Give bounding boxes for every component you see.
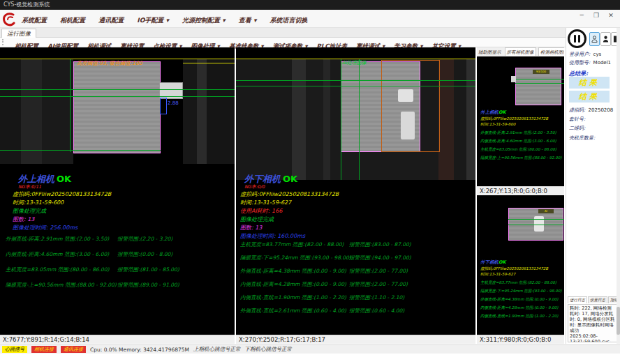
- ng-rate: NG率:0/0: [244, 184, 265, 190]
- alarm-range-text: 报警范围:(0.00 - 8.00): [117, 251, 172, 258]
- menu-bar: 系统配置 相机配置 通讯配置 IO手配置 ▾ 光源控制配置 ▾ 查看 ▾ 系统语…: [0, 10, 620, 28]
- login-user-label: 登录用户:: [569, 52, 590, 57]
- measure-marker-box: [160, 98, 167, 114]
- highlight-blob: [398, 89, 413, 102]
- minimize-button[interactable]: ─: [575, 11, 588, 20]
- tab-setting-log[interactable]: 设置日志: [588, 296, 607, 303]
- lower-camera-status-text: 下相机心跳信号正常: [245, 346, 293, 353]
- tool-bar: 相机配置 AI使用配置 相机调试 离线设置 点检设置 ▾ 图像处理 ▾ 基准线参…: [0, 38, 566, 47]
- measurement-text: 隔膜宽度-下=95.24mm 范围:(93.00 - 98.00): [480, 289, 561, 294]
- thumb-header-label: 辅助图显示: [477, 48, 503, 56]
- measurement-text: 内侧直线-直线=1.90mm 范围:(1.00 - 2.20): [240, 294, 346, 301]
- app-window: CYS-视觉检测系统 系统配置 相机配置 通讯配置 IO手配置 ▾ 光源控制配置…: [0, 0, 620, 364]
- result-ok: OK: [499, 259, 506, 265]
- pixel-coordinate-bar: X:311;Y:980;R:0;G:0;B:0: [477, 335, 564, 344]
- upper-camera-status-text: 上相机心跳信号正常: [193, 346, 241, 353]
- menu-light-config[interactable]: 光源控制配置 ▾: [179, 15, 229, 26]
- result-ok: OK: [57, 174, 71, 184]
- measurement-text: 隔膜宽度-下=95.24mm 范围:(93.00 - 98.00): [240, 255, 351, 261]
- alarm-range-text: 报警范围:(1.10 - 2.10): [349, 294, 404, 301]
- camera-view-lower[interactable]: AI处理图像 外下相机OK NG率:0/0 虚拟码:0FFIiiw2025020…: [236, 47, 475, 344]
- menu-view[interactable]: 查看 ▾: [235, 15, 260, 26]
- pixel-coordinate-bar: X:267;Y:13;R:0;G:0;B:0: [477, 186, 564, 195]
- measurement-text: 主机宽度=83.05mm 范围:(80.00 - 86.00): [6, 266, 110, 273]
- measurement-text: 内侧直线-距离=4.28mm 范围:(0.00 - 9.00): [240, 281, 346, 288]
- user-switch-button[interactable]: [600, 32, 611, 46]
- model-label: 使用型号:: [569, 60, 590, 66]
- barcode-text: 虚拟码:0FFIiiw2025020813313472B: [13, 190, 111, 198]
- alarm-range-text: 报警范围:(2.20 - 3.20): [117, 236, 172, 243]
- result-box-upper: 结果: [569, 77, 610, 89]
- measure-line: [508, 225, 564, 225]
- heartbeat-status-badge: 心跳信号: [2, 346, 27, 353]
- pixel-coordinates: X:7677;Y:891;R:14;G:14;B:14: [3, 336, 89, 343]
- process-time-text: 图像处理时间: 160.00ms: [240, 232, 305, 240]
- pixel-coordinates: X:267;Y:13;R:0;G:0;B:0: [480, 188, 547, 195]
- alarm-range-text: 报警范围:(2.00 - 77.00): [349, 268, 408, 275]
- result-ok: OK: [499, 109, 506, 115]
- menu-comm-config[interactable]: 通讯配置: [95, 15, 127, 26]
- ng-rate: NG率:0/11: [18, 184, 41, 190]
- tab-all-cameras[interactable]: 所有相机图像: [505, 47, 536, 56]
- sidebar-scrollbar[interactable]: [617, 28, 620, 344]
- tab-detect-cameras[interactable]: 检测相机图像: [538, 47, 564, 56]
- measurement-text: 隔膜宽度-上=90.56mm 范围:(88.00 - 92.00): [6, 282, 117, 289]
- time-text: 时间:13-31-59-600: [480, 122, 515, 127]
- log-tab-strip: 运行日志设置日志报错日志: [568, 296, 617, 304]
- login-user-row: 登录用户: cys: [569, 51, 601, 58]
- time-text: 时间:13-31-59-627: [240, 199, 291, 206]
- user-badge-icon: [603, 35, 609, 43]
- measurement-text: 主机宽度=83.77mm 范围:(82.00 - 88.00): [240, 241, 344, 248]
- camera-connect-badge: 相机连接: [31, 346, 57, 353]
- threshold-note: 93/100: [533, 70, 549, 74]
- measure-line: [515, 79, 564, 79]
- toolbar-grip[interactable]: [2, 39, 6, 45]
- measurement-text: 内侧直线-直线=1.90mm 范围:(1.00 - 2.20): [480, 314, 558, 319]
- alarm-range-text: 报警范围:(83.00 - 87.00): [349, 241, 411, 248]
- menu-language-switch[interactable]: 系统语言切换: [267, 15, 311, 26]
- pause-icon: [574, 35, 576, 43]
- measurement-text: 内侧直线-距离:4.60mm 范围:(3.00 - 6.00): [6, 251, 109, 258]
- result-box-lower: 结果: [569, 91, 610, 103]
- alarm-range-text: 报警范围:(0.60 - 4.00): [349, 308, 404, 314]
- pause-button[interactable]: [568, 29, 586, 48]
- measure-line: [0, 150, 161, 151]
- window-controls: ─ ❐ ✕: [575, 11, 617, 20]
- title-bar: CYS-视觉检测系统: [0, 0, 620, 10]
- login-user-value: cys: [593, 52, 602, 57]
- user-login-button[interactable]: [589, 32, 600, 46]
- maximize-button[interactable]: ❐: [590, 11, 603, 20]
- camera-result-title: 外下相机OK: [480, 259, 506, 266]
- measurement-text: 外侧直线-距离:2.91mm 范围:(2.00 - 3.50): [480, 130, 556, 135]
- thumbnail-view-2[interactable]: AI 外下相机OK 虚拟码:0FFIiiw2025020813313472B 时…: [477, 195, 564, 335]
- frame-count-text: 图数: 13: [13, 215, 34, 223]
- needle-no-label: 套针号:: [569, 116, 585, 123]
- comm-connect-badge: 通讯连接: [61, 346, 86, 353]
- virtual-code-label: 虚拟码:: [569, 107, 585, 113]
- measurement-text: 外侧直线-直线=2.61mm 范围:(0.60 - 4.00): [240, 308, 346, 314]
- menu-io-config[interactable]: IO手配置 ▾: [133, 15, 172, 26]
- marker-value: 2.88: [168, 100, 179, 106]
- time-text: 时间:13-31-59-627: [480, 272, 515, 277]
- run-log-text[interactable]: 耗时: 222, 网络检测耗时: 17, 网络分发耗时: 0, 网络模板分区耗时…: [568, 304, 617, 342]
- close-button[interactable]: ✕: [605, 11, 617, 20]
- measure-line: [359, 59, 360, 180]
- camera-view-upper[interactable]: 高度阈值:93, 吸合阈值:100 2.88 外上相机OK NG率:0/11 虚…: [0, 47, 235, 344]
- qr-code-label: 二维码:: [569, 125, 585, 132]
- pixel-coordinates: X:311;Y:980;R:0;G:0;B:0: [480, 336, 551, 343]
- process-done-text: 图像处理完成: [240, 215, 274, 223]
- scrollbar-thumb[interactable]: [617, 307, 620, 335]
- measurement-text: 内侧直线-距离=4.28mm 范围:(0.00 - 9.00): [480, 305, 558, 310]
- pixel-coordinate-bar: X:7677;Y:891;R:14;G:14;B:14: [0, 335, 235, 344]
- threshold-note: AI: [538, 209, 554, 213]
- measurement-text: 外侧直线-距离:2.91mm 范围:(2.00 - 3.50): [6, 236, 109, 243]
- tab-run-log[interactable]: 运行日志: [568, 296, 587, 303]
- barcode-text: 虚拟码:0FFIiiw2025020813313472B: [480, 266, 548, 271]
- measurement-text: 外侧直线-距离=4.38mm 范围:(0.00 - 9.00): [240, 268, 346, 275]
- menu-system-config[interactable]: 系统配置: [18, 15, 50, 26]
- menu-camera-config[interactable]: 相机配置: [57, 15, 89, 26]
- ai-process-note: AI处理图像: [342, 59, 367, 66]
- thumbnail-view-1[interactable]: 93/100 外上相机OK 虚拟码:0FFIiiw202502081331347…: [477, 56, 564, 195]
- measurement-text: 主机宽度=83.05mm 范围:(80.00 - 86.00): [480, 147, 556, 152]
- measurement-text: 外侧直线-距离=4.38mm 范围:(0.00 - 9.00): [480, 297, 558, 302]
